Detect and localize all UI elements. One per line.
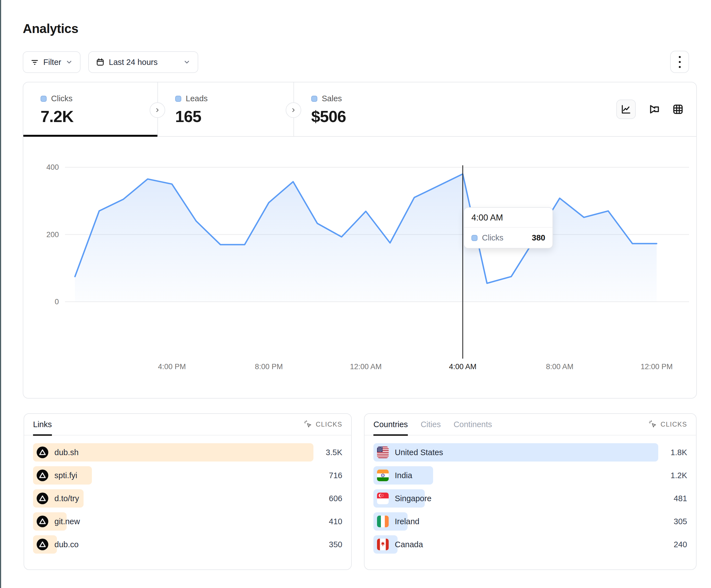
row-value: 410 (329, 517, 342, 526)
stat-label: Sales (322, 94, 342, 103)
clicks-legend-square (471, 235, 477, 241)
row-value: 1.2K (670, 471, 687, 480)
row-label: India (395, 471, 412, 480)
dub-logo-icon (37, 539, 48, 550)
dub-logo-icon (37, 493, 48, 504)
analytics-card: Clicks7.2KLeads165Sales$506 02004004:00 … (23, 82, 697, 399)
tab-continents[interactable]: Continents (454, 413, 492, 435)
filter-button-label: Filter (43, 58, 61, 67)
row-label: Canada (395, 540, 423, 549)
countries-metric-selector[interactable]: CLICKS (649, 420, 687, 429)
row-value: 240 (674, 540, 687, 549)
list-item-india[interactable]: India1.2K (373, 466, 687, 484)
row-content: Canada (373, 539, 423, 550)
row-content: d.to/try (33, 493, 79, 504)
stat-tab-clicks[interactable]: Clicks7.2K (23, 82, 157, 136)
stat-value: $506 (311, 107, 346, 126)
row-content: dub.co (33, 539, 79, 550)
dub-logo-icon (37, 470, 48, 481)
kebab-dot (679, 66, 681, 68)
cursor-click-icon (649, 420, 657, 429)
stat-label-row: Clicks (41, 94, 157, 103)
links-panel-header: Links CLICKS (24, 414, 351, 435)
list-item-united-states[interactable]: United States1.8K (373, 443, 687, 461)
tooltip-row: Clicks 380 (464, 228, 553, 248)
tab-label: Cities (421, 420, 441, 429)
row-label: git.new (55, 517, 80, 526)
row-value: 305 (674, 517, 687, 526)
row-label: United States (395, 448, 443, 457)
cursor-click-icon (304, 420, 312, 429)
line-chart-icon (620, 104, 632, 115)
links-panel: Links CLICKS dub.sh3.5Kspti.fyi716d.to/t… (24, 413, 352, 570)
list-item-canada[interactable]: Canada240 (373, 535, 687, 553)
x-axis-tick: 12:00 AM (350, 362, 382, 371)
countries-panel-header: CountriesCitiesContinents CLICKS (365, 414, 696, 435)
links-metric-label: CLICKS (316, 421, 342, 428)
x-axis-tick: 8:00 AM (546, 362, 573, 371)
x-axis-tick: 8:00 PM (255, 362, 283, 371)
kebab-dot (679, 61, 681, 63)
countries-metric-label: CLICKS (661, 421, 687, 428)
stat-label: Clicks (51, 94, 72, 103)
row-content: dub.sh (33, 447, 79, 458)
flag-ie-icon (377, 516, 389, 527)
row-content: git.new (33, 516, 80, 527)
y-axis-tick: 0 (55, 298, 59, 306)
stat-label-row: Leads (175, 94, 294, 103)
more-options-button[interactable] (670, 51, 689, 73)
row-value: 3.5K (326, 448, 342, 457)
countries-panel: CountriesCitiesContinents CLICKS United … (364, 413, 696, 570)
x-axis-tick: 12:00 PM (641, 362, 673, 371)
table-view-button[interactable] (672, 103, 684, 115)
list-item-git-new[interactable]: git.new410 (33, 512, 342, 530)
links-metric-selector[interactable]: CLICKS (304, 420, 342, 429)
tooltip-series-label: Clicks (482, 233, 503, 243)
list-item-singapore[interactable]: Singapore481 (373, 489, 687, 507)
tooltip-time: 4:00 AM (464, 208, 553, 228)
date-range-button[interactable]: Last 24 hours (88, 51, 198, 73)
clicks-legend-square (41, 96, 47, 102)
row-content: India (373, 470, 412, 481)
list-item-ireland[interactable]: Ireland305 (373, 512, 687, 530)
x-axis-tick: 4:00 AM (449, 362, 476, 371)
list-item-dub-co[interactable]: dub.co350 (33, 535, 342, 553)
flag-sg-icon (377, 493, 389, 504)
flag-us-icon (377, 447, 389, 458)
tab-countries[interactable]: Countries (373, 413, 408, 435)
filter-icon (30, 58, 39, 66)
dub-logo-icon (37, 516, 48, 527)
list-item-d-to-try[interactable]: d.to/try606 (33, 489, 342, 507)
row-value: 481 (674, 494, 687, 503)
tab-links[interactable]: Links (33, 413, 52, 435)
row-label: Ireland (395, 517, 419, 526)
stat-label: Leads (186, 94, 208, 103)
stats-tab-bar: Clicks7.2KLeads165Sales$506 (23, 82, 696, 137)
filter-button[interactable]: Filter (23, 51, 81, 73)
tab-label: Continents (454, 420, 492, 429)
row-label: Singapore (395, 494, 431, 503)
line-chart-view-button[interactable] (616, 99, 636, 119)
row-value: 716 (329, 471, 342, 480)
kebab-dot (679, 56, 681, 58)
stat-tab-leads[interactable]: Leads165 (158, 82, 294, 136)
funnel-view-button[interactable] (647, 103, 660, 116)
stat-value: 165 (175, 107, 294, 126)
row-label: spti.fyi (55, 471, 77, 480)
grid-icon (672, 103, 684, 115)
list-item-spti-fyi[interactable]: spti.fyi716 (33, 466, 342, 484)
sales-legend-square (311, 96, 317, 102)
tab-cities[interactable]: Cities (421, 413, 441, 435)
countries-list: United States1.8KIndia1.2KSingapore481Ir… (365, 435, 696, 553)
clicks-chart[interactable]: 02004004:00 PM8:00 PM12:00 AM4:00 AM8:00… (23, 137, 697, 399)
row-label: d.to/try (55, 494, 79, 503)
tab-links-label: Links (33, 420, 52, 429)
area-chart-svg: 02004004:00 PM8:00 PM12:00 AM4:00 AM8:00… (23, 137, 697, 399)
y-axis-tick: 400 (46, 163, 59, 172)
stat-value: 7.2K (41, 107, 157, 126)
stat-tab-sales[interactable]: Sales$506 (294, 82, 379, 136)
leads-legend-square (175, 96, 181, 102)
list-item-dub-sh[interactable]: dub.sh3.5K (33, 443, 342, 461)
row-content: spti.fyi (33, 470, 77, 481)
flag-ca-icon (377, 539, 389, 550)
